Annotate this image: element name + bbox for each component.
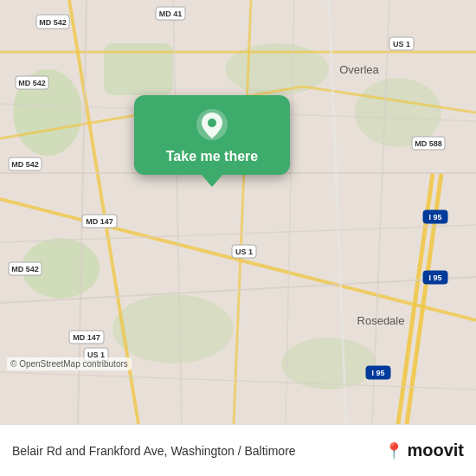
svg-text:MD 542: MD 542 (11, 160, 39, 169)
svg-text:Overlea: Overlea (339, 63, 379, 76)
svg-text:MD 147: MD 147 (86, 217, 113, 226)
popup-box[interactable]: Take me there (134, 95, 290, 175)
svg-text:I 95: I 95 (428, 273, 441, 282)
moovit-brand-name: moovit (407, 441, 464, 460)
moovit-logo: 📍 moovit (384, 441, 464, 460)
svg-text:Rosedale: Rosedale (357, 314, 405, 327)
svg-text:MD 41: MD 41 (159, 10, 183, 18)
svg-text:MD 542: MD 542 (18, 79, 46, 87)
svg-text:MD 542: MD 542 (11, 265, 39, 273)
moovit-pin-icon: 📍 (384, 441, 403, 460)
svg-text:US 1: US 1 (235, 248, 253, 256)
popup-arrow (202, 175, 222, 187)
address-text: Belair Rd and Frankford Ave, Washington … (12, 444, 384, 458)
svg-point-6 (113, 294, 234, 363)
footer-bar: Belair Rd and Frankford Ave, Washington … (0, 424, 476, 476)
svg-text:I 95: I 95 (428, 213, 441, 222)
svg-text:MD 588: MD 588 (415, 139, 442, 148)
svg-text:MD 542: MD 542 (39, 18, 67, 27)
svg-point-57 (208, 119, 216, 127)
svg-text:MD 147: MD 147 (73, 333, 100, 342)
location-pin-icon (195, 107, 229, 142)
popup-label: Take me there (166, 149, 258, 164)
svg-text:I 95: I 95 (371, 369, 384, 377)
map-container: MD 542 MD 41 US 1 MD 542 MD 588 MD 542 M… (0, 0, 476, 424)
popup[interactable]: Take me there (134, 95, 290, 187)
copyright-text: © OpenStreetMap contributors (7, 357, 132, 370)
svg-text:US 1: US 1 (393, 40, 410, 48)
svg-point-7 (281, 338, 376, 389)
